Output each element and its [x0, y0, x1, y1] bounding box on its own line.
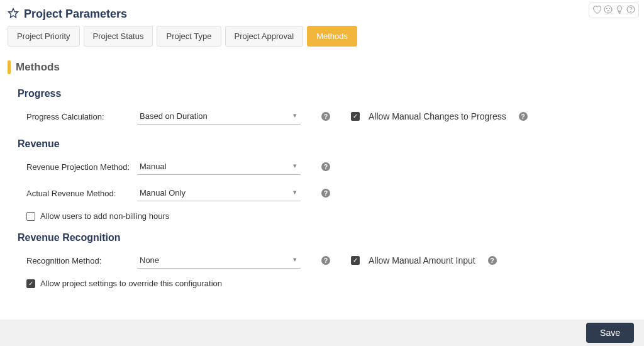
- top-utility-icons: [589, 3, 639, 18]
- tab-project-type[interactable]: Project Type: [157, 26, 221, 47]
- help-icon[interactable]: ?: [488, 256, 497, 265]
- row-progress-calculation: Progress Calculation: Based on Duration …: [26, 106, 626, 127]
- select-recognition-method[interactable]: None: [137, 252, 301, 269]
- label-progress-calc: Progress Calculation:: [26, 112, 137, 121]
- section-title: Methods: [16, 61, 60, 74]
- checkbox-override-config[interactable]: [26, 279, 35, 288]
- sad-face-icon[interactable]: [603, 4, 613, 16]
- tab-project-approval[interactable]: Project Approval: [225, 26, 304, 47]
- checkbox-nonbilling-hours[interactable]: [26, 212, 35, 221]
- row-actual-revenue: Actual Revenue Method: Manual Only ?: [26, 182, 626, 204]
- section-header: Methods: [8, 60, 644, 74]
- select-actual-revenue[interactable]: Manual Only: [137, 185, 301, 201]
- tab-project-priority[interactable]: Project Priority: [8, 26, 80, 47]
- group-title-recognition: Revenue Recognition: [18, 232, 626, 243]
- group-title-revenue: Revenue: [18, 138, 626, 150]
- section-accent-bar: [8, 60, 11, 74]
- heart-icon[interactable]: [592, 4, 602, 16]
- select-revenue-projection[interactable]: Manual: [137, 159, 301, 175]
- select-progress-calc[interactable]: Based on Duration: [137, 108, 301, 125]
- label-allow-manual-amount: Allow Manual Amount Input: [369, 255, 475, 265]
- help-circle-icon[interactable]: [626, 4, 636, 16]
- help-icon[interactable]: ?: [321, 112, 330, 121]
- row-override-config: Allow project settings to override this …: [26, 279, 626, 288]
- group-title-progress: Progress: [18, 88, 626, 99]
- svg-point-0: [604, 6, 612, 13]
- label-allow-manual-progress: Allow Manual Changes to Progress: [369, 111, 506, 121]
- footer-bar: Save: [0, 320, 644, 346]
- label-override-config: Allow project settings to override this …: [40, 279, 222, 288]
- tab-bar: Project Priority Project Status Project …: [0, 26, 644, 47]
- checkbox-allow-manual-progress[interactable]: [351, 112, 360, 121]
- label-actual-revenue: Actual Revenue Method:: [26, 189, 137, 198]
- help-icon[interactable]: ?: [321, 256, 330, 265]
- label-revenue-projection: Revenue Projection Method:: [26, 162, 137, 172]
- help-icon[interactable]: ?: [321, 189, 330, 198]
- star-icon[interactable]: [8, 8, 19, 21]
- content-area: Progress Progress Calculation: Based on …: [0, 74, 644, 294]
- save-button[interactable]: Save: [586, 323, 634, 343]
- tab-project-status[interactable]: Project Status: [84, 26, 153, 47]
- tab-methods[interactable]: Methods: [307, 26, 357, 47]
- label-nonbilling-hours: Allow users to add non-billing hours: [40, 211, 169, 221]
- svg-point-4: [631, 11, 631, 12]
- checkbox-allow-manual-amount[interactable]: [351, 256, 360, 265]
- help-icon[interactable]: ?: [519, 112, 528, 121]
- label-recognition-method: Recognition Method:: [26, 256, 137, 265]
- row-revenue-projection: Revenue Projection Method: Manual ?: [26, 156, 626, 177]
- svg-point-2: [609, 8, 610, 9]
- lightbulb-icon[interactable]: [614, 4, 625, 16]
- row-nonbilling-hours: Allow users to add non-billing hours: [26, 211, 626, 221]
- page-title: Project Parameters: [24, 8, 127, 21]
- svg-marker-5: [9, 9, 18, 18]
- help-icon[interactable]: ?: [321, 162, 330, 171]
- svg-point-1: [607, 8, 608, 9]
- row-recognition-method: Recognition Method: None ? Allow Manual …: [26, 250, 626, 271]
- page-header: Project Parameters: [0, 0, 644, 26]
